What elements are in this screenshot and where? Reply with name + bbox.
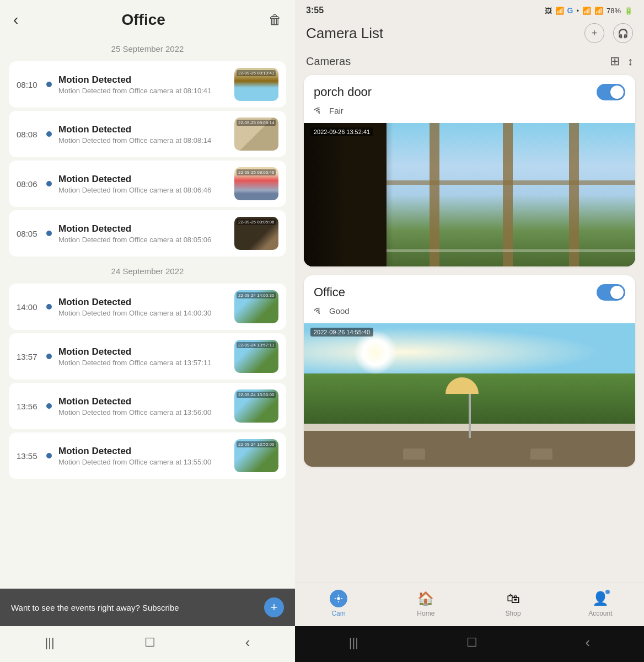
camera-preview-office[interactable]: 2022-09-26 14:55:40	[304, 323, 635, 467]
cameras-section: Cameras ⊞ ↕ porch door	[295, 50, 644, 583]
wifi-icon: 📶	[582, 7, 591, 15]
event-thumbnail[interactable]: 22-09-24 14:00:30	[234, 290, 278, 323]
event-item[interactable]: 08:10 Motion Detected Motion Detected fr…	[9, 61, 286, 108]
android-back-button[interactable]: ‹	[245, 634, 250, 651]
event-title: Motion Detected	[58, 297, 228, 308]
event-info: Motion Detected Motion Detected from Off…	[58, 346, 228, 367]
shop-label: Shop	[506, 610, 521, 617]
camera-toggle-office[interactable]	[597, 284, 625, 301]
android-recent-button-right[interactable]: |||	[349, 636, 358, 650]
office-scene	[304, 323, 635, 467]
subscribe-bar: Want to see the events right away? Subsc…	[0, 589, 295, 626]
event-thumbnail[interactable]: 22-09-25 08:06:46	[234, 167, 278, 200]
home-label: Home	[417, 610, 434, 617]
add-camera-button[interactable]: +	[584, 23, 604, 43]
sun-flare	[353, 330, 398, 375]
android-home-button[interactable]: ☐	[144, 636, 155, 650]
event-time: 13:56	[17, 402, 40, 411]
bottom-nav-account[interactable]: 👤 Account	[581, 590, 620, 617]
bottom-nav-home[interactable]: 🏠 Home	[406, 590, 445, 617]
curtain-shadow	[304, 123, 393, 266]
account-label: Account	[588, 610, 612, 617]
event-desc: Motion Detected from Office camera at 13…	[58, 458, 228, 466]
account-icon: 👤	[592, 590, 609, 607]
camera-card-porch[interactable]: porch door Fair	[304, 75, 635, 266]
event-thumbnail[interactable]: 22-09-24 13:55:00	[234, 439, 278, 472]
battery-text: 78%	[607, 7, 621, 15]
svg-point-2	[337, 597, 340, 600]
event-info: Motion Detected Motion Detected from Off…	[58, 223, 228, 244]
event-item[interactable]: 14:00 Motion Detected Motion Detected fr…	[9, 284, 286, 330]
battery-icon: 🔋	[624, 7, 633, 15]
wifi-icon	[314, 105, 325, 116]
event-dot	[46, 181, 52, 186]
event-time: 08:10	[17, 80, 40, 89]
event-item[interactable]: 13:56 Motion Detected Motion Detected fr…	[9, 383, 286, 429]
bottom-nav-items: Cam 🏠 Home 🛍 Shop 👤 Account	[295, 590, 644, 617]
event-title: Motion Detected	[58, 446, 228, 457]
event-info: Motion Detected Motion Detected from Off…	[58, 174, 228, 194]
thumb-timestamp: 22-09-25 08:10:41	[237, 70, 276, 76]
event-item[interactable]: 13:57 Motion Detected Motion Detected fr…	[9, 333, 286, 380]
bottom-nav: Cam 🏠 Home 🛍 Shop 👤 Account	[295, 583, 644, 626]
cameras-label: Cameras	[306, 55, 351, 68]
subscribe-plus-button[interactable]: +	[264, 597, 284, 617]
event-item[interactable]: 08:06 Motion Detected Motion Detected fr…	[9, 161, 286, 207]
camera-card-office[interactable]: Office Good	[304, 275, 635, 467]
delete-button[interactable]: 🗑	[269, 12, 282, 28]
event-item[interactable]: 08:08 Motion Detected Motion Detected fr…	[9, 111, 286, 157]
event-thumbnail[interactable]: 22-09-24 13:57:11	[234, 340, 278, 373]
event-desc: Motion Detected from Office camera at 13…	[58, 359, 228, 367]
umbrella-pole	[469, 394, 471, 438]
door-frame-3	[569, 123, 579, 266]
toggle-knob	[610, 86, 624, 99]
support-button[interactable]: 🎧	[613, 23, 633, 43]
back-button[interactable]: ‹	[13, 11, 18, 29]
cameras-label-row: Cameras ⊞ ↕	[304, 50, 635, 75]
chair-2	[530, 449, 552, 460]
date-header-sep24: 24 September 2022	[4, 260, 291, 280]
left-nav-bar: ||| ☐ ‹	[0, 626, 295, 662]
signal-bars-icon: 📶	[594, 7, 603, 15]
right-panel: 3:55 🖼 📶 G • 📶 📶 78% 🔋 Camera List + 🎧 C…	[295, 0, 644, 662]
sort-icon[interactable]: ↕	[627, 55, 633, 68]
svg-point-0	[319, 112, 320, 114]
camera-toggle-porch[interactable]	[597, 84, 625, 100]
event-thumbnail[interactable]: 22-09-25 08:05:06	[234, 217, 278, 250]
event-thumbnail[interactable]: 22-09-24 13:56:00	[234, 389, 278, 423]
event-item[interactable]: 13:55 Motion Detected Motion Detected fr…	[9, 433, 286, 479]
grid-view-icon[interactable]: ⊞	[610, 54, 620, 68]
thumb-timestamp: 22-09-25 08:06:46	[237, 169, 276, 175]
sim-icon: 📶	[555, 7, 564, 15]
android-home-button-right[interactable]: ☐	[466, 636, 477, 650]
bottom-nav-cam[interactable]: Cam	[319, 590, 358, 617]
cam-label: Cam	[331, 610, 345, 617]
camera-preview-porch[interactable]: 2022-09-26 13:52:41	[304, 123, 635, 266]
notification-icon: 🖼	[545, 7, 552, 15]
camera-name: Office	[314, 285, 345, 300]
left-panel: ‹ Office 🗑 25 September 2022 08:10 Motio…	[0, 0, 295, 662]
events-list: 25 September 2022 08:10 Motion Detected …	[0, 38, 295, 589]
event-item[interactable]: 08:05 Motion Detected Motion Detected fr…	[9, 210, 286, 257]
event-thumbnail[interactable]: 22-09-25 08:08:14	[234, 118, 278, 151]
event-info: Motion Detected Motion Detected from Off…	[58, 74, 228, 95]
dot-icon: •	[576, 7, 579, 15]
event-title: Motion Detected	[58, 124, 228, 135]
event-desc: Motion Detected from Office camera at 14…	[58, 309, 228, 317]
right-nav-bar: ||| ☐ ‹	[295, 626, 644, 662]
chair-1	[403, 449, 425, 460]
camera-card-header: Office	[304, 275, 635, 305]
thumb-timestamp: 22-09-24 13:57:11	[237, 342, 276, 348]
event-title: Motion Detected	[58, 346, 228, 357]
android-recent-button[interactable]: |||	[45, 636, 55, 650]
cam-active-icon	[330, 590, 347, 607]
event-thumbnail[interactable]: 22-09-25 08:10:41	[234, 68, 278, 101]
left-header: ‹ Office 🗑	[0, 0, 295, 38]
android-back-button-right[interactable]: ‹	[585, 634, 590, 651]
door-frame-1	[430, 123, 439, 266]
event-dot	[46, 354, 52, 359]
bottom-nav-shop[interactable]: 🛍 Shop	[494, 590, 533, 617]
event-time: 08:05	[17, 229, 40, 238]
camera-name: porch door	[314, 85, 372, 99]
subscribe-text: Want to see the events right away? Subsc…	[11, 603, 179, 612]
